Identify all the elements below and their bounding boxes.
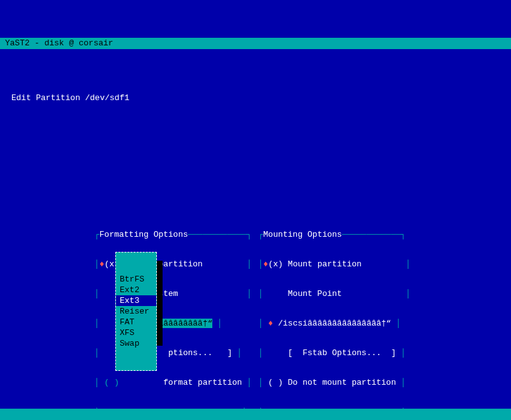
mounting-group-label: Mounting Options — [263, 230, 342, 239]
mounting-group: ┌Mounting Options────────────┐ │♦(x) Mou… — [258, 210, 411, 420]
bullet-icon: ♦ — [263, 259, 268, 269]
dropdown-item-swap[interactable]: Swap — [116, 338, 156, 349]
main-area: Edit Partition /dev/sdf1 ┌Formatting Opt… — [0, 68, 511, 420]
no-format-radio[interactable]: format partition — [163, 378, 242, 387]
dropdown-item-ext3[interactable]: Ext3 — [116, 295, 156, 306]
formatting-group-label: Formatting Options — [100, 230, 188, 239]
dropdown-item-xfs[interactable]: XFS — [116, 327, 156, 338]
title-bar: YaST2 - disk @ corsair — [0, 38, 511, 49]
bullet-icon: ♦ — [100, 259, 105, 269]
dropdown-item-reiser[interactable]: Reiser — [116, 306, 156, 317]
dropdown-item-fat[interactable]: FAT — [116, 317, 156, 327]
fkey-bar: F1 Help F8 Back F9 Abort F10 Finish — [0, 409, 511, 420]
page-title: Edit Partition /dev/sdf1 — [0, 87, 511, 103]
mount-partition-radio[interactable]: (x) Mount partition — [268, 259, 362, 269]
options-button[interactable]: ptions... ] — [168, 348, 232, 358]
fstab-options-button[interactable]: [ Fstab Options... ] — [288, 348, 396, 358]
filesystem-dropdown[interactable]: BtrFSExt2Ext3ReiserFATXFSSwap — [115, 252, 157, 371]
no-mount-radio[interactable]: ( ) Do not mount partition — [268, 378, 396, 387]
dropdown-item-ext2[interactable]: Ext2 — [116, 285, 156, 295]
mount-point-value[interactable]: /iscsiâââââââââââââââ†“ — [278, 319, 391, 328]
dropdown-item-btrfs[interactable]: BtrFS — [116, 274, 156, 285]
mount-point-label: Mount Point — [288, 289, 342, 298]
